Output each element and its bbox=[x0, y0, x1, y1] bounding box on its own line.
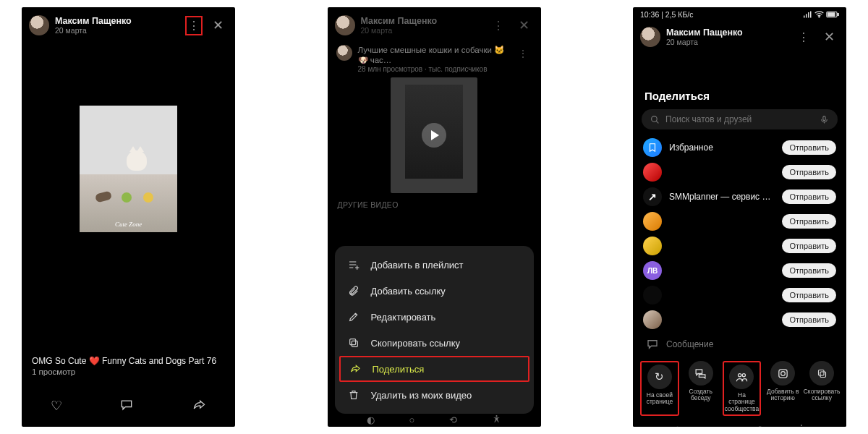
nav-home-icon[interactable]: ○ bbox=[409, 414, 415, 425]
nav-recent-icon[interactable]: ◐ bbox=[673, 424, 681, 427]
share-contact-row[interactable]: Отправить bbox=[637, 209, 842, 234]
share-sheet: Поделиться Избранное Отправить Отправить… bbox=[633, 85, 846, 427]
close-icon: ✕ bbox=[514, 14, 534, 36]
share-contact-row[interactable]: Отправить bbox=[637, 283, 842, 307]
share-contact-row[interactable]: Отправить bbox=[637, 307, 842, 332]
menu-delete[interactable]: Удалить из моих видео bbox=[335, 382, 534, 408]
chat-icon bbox=[689, 361, 713, 386]
contact-avatar: ↗ bbox=[643, 187, 662, 206]
video-header: Максим Пащенко 20 марта ⋮ ✕ bbox=[633, 19, 846, 52]
author-name: Максим Пащенко bbox=[55, 16, 179, 26]
more-options-icon[interactable]: ⋮ bbox=[793, 27, 814, 47]
more-options-icon: ⋮ bbox=[488, 16, 509, 35]
context-menu-sheet: Добавить в плейлист Добавить ссылку Реда… bbox=[335, 246, 534, 414]
contact-label-redacted bbox=[669, 315, 775, 325]
share-contact-favorites[interactable]: Избранное Отправить bbox=[637, 135, 842, 160]
send-button[interactable]: Отправить bbox=[782, 190, 836, 204]
send-button[interactable]: Отправить bbox=[782, 288, 836, 302]
share-title: Поделиться bbox=[637, 85, 842, 109]
share-option-community-page[interactable]: На странице сообщества bbox=[723, 361, 762, 416]
video-title: OMG So Cute ❤️ Funny Cats and Dogs Part … bbox=[32, 356, 225, 366]
story-icon bbox=[770, 361, 795, 386]
share-option-create-chat[interactable]: Создать беседу bbox=[684, 361, 718, 416]
phone-screen-1: Максим Пащенко 20 марта ⋮ ✕ Cute Zone OM… bbox=[22, 7, 235, 427]
mic-icon[interactable] bbox=[820, 115, 829, 124]
nav-back-icon[interactable]: ⟲ bbox=[449, 414, 457, 425]
svg-rect-6 bbox=[810, 12, 812, 18]
share-option-story[interactable]: Добавить в историю bbox=[765, 361, 800, 416]
video-caption-block: OMG So Cute ❤️ Funny Cats and Dogs Part … bbox=[32, 356, 225, 376]
contact-avatar bbox=[643, 237, 662, 255]
playlist-add-icon bbox=[348, 259, 361, 271]
svg-rect-5 bbox=[808, 12, 809, 18]
send-button[interactable]: Отправить bbox=[782, 140, 836, 155]
message-label: Сообщение bbox=[666, 339, 713, 349]
nav-recent-icon[interactable]: ◐ bbox=[367, 414, 375, 425]
status-time: 10:36 | 2,5 КБ/с bbox=[640, 10, 694, 19]
contact-label: Избранное bbox=[669, 142, 775, 153]
share-contact-row[interactable]: Отправить bbox=[637, 234, 842, 258]
share-search-input[interactable] bbox=[665, 114, 814, 124]
contact-label-redacted bbox=[669, 167, 775, 177]
svg-rect-9 bbox=[838, 14, 839, 16]
share-contact-smmplanner[interactable]: ↗ SMMplanner — сервис отло… Отправить bbox=[637, 184, 842, 209]
nav-accessibility-icon[interactable] bbox=[492, 414, 501, 425]
post-date: 20 марта bbox=[361, 26, 482, 35]
svg-point-13 bbox=[739, 373, 741, 376]
svg-rect-10 bbox=[827, 13, 835, 17]
contact-avatar bbox=[643, 163, 662, 182]
svg-rect-18 bbox=[818, 370, 824, 375]
video-header: Максим Пащенко 20 марта ⋮ ✕ bbox=[22, 7, 235, 41]
svg-rect-17 bbox=[820, 372, 826, 378]
author-block[interactable]: Максим Пащенко 20 марта bbox=[55, 16, 179, 35]
attachment-icon bbox=[348, 285, 361, 297]
nav-accessibility-icon[interactable] bbox=[797, 424, 806, 427]
menu-add-link[interactable]: Добавить ссылку bbox=[335, 278, 534, 304]
comment-icon[interactable] bbox=[119, 398, 134, 414]
edit-icon bbox=[348, 311, 361, 323]
contact-label: SMMplanner — сервис отло… bbox=[669, 192, 775, 202]
close-icon[interactable]: ✕ bbox=[820, 26, 839, 48]
contact-label-redacted bbox=[669, 241, 775, 251]
send-button[interactable]: Отправить bbox=[782, 214, 836, 229]
nav-back-icon[interactable]: ⟲ bbox=[755, 424, 763, 427]
svg-rect-4 bbox=[806, 14, 807, 17]
share-icon[interactable] bbox=[192, 398, 206, 414]
author-avatar[interactable] bbox=[29, 15, 49, 35]
copy-icon bbox=[348, 337, 361, 349]
svg-point-11 bbox=[652, 116, 658, 122]
like-icon[interactable]: ♡ bbox=[51, 398, 62, 414]
nav-home-icon[interactable]: ○ bbox=[715, 424, 721, 427]
send-button[interactable]: Отправить bbox=[782, 263, 836, 278]
close-icon[interactable]: ✕ bbox=[208, 14, 228, 36]
video-action-bar: ♡ bbox=[22, 398, 235, 414]
menu-copy-link[interactable]: Скопировать ссылку bbox=[335, 330, 534, 356]
share-contact-row[interactable]: Отправить bbox=[637, 160, 842, 184]
share-option-own-page[interactable]: ↻ На своей странице bbox=[640, 361, 679, 416]
send-button[interactable]: Отправить bbox=[782, 312, 836, 327]
post-date: 20 марта bbox=[666, 38, 788, 46]
share-message-field[interactable]: Сообщение bbox=[637, 332, 842, 357]
svg-rect-15 bbox=[779, 369, 787, 377]
svg-point-19 bbox=[801, 425, 802, 426]
svg-rect-12 bbox=[823, 116, 825, 120]
related-more-icon: ⋮ bbox=[514, 45, 532, 62]
video-thumbnail[interactable]: Cute Zone bbox=[80, 106, 177, 232]
related-video-subtitle: 28 млн просмотров · тыс. подписчиков bbox=[358, 65, 508, 73]
menu-add-playlist[interactable]: Добавить в плейлист bbox=[335, 252, 534, 278]
contact-label-redacted bbox=[669, 216, 775, 226]
share-options-row: ↻ На своей странице Создать беседу На ст… bbox=[637, 357, 842, 422]
svg-rect-1 bbox=[349, 339, 355, 345]
share-contact-row[interactable]: ЛВ Отправить bbox=[637, 258, 842, 283]
contact-avatar bbox=[643, 310, 662, 329]
send-button[interactable]: Отправить bbox=[782, 165, 836, 179]
send-button[interactable]: Отправить bbox=[782, 239, 836, 253]
menu-edit[interactable]: Редактировать bbox=[335, 304, 534, 330]
author-name: Максим Пащенко bbox=[666, 27, 788, 38]
post-date: 20 марта bbox=[55, 26, 179, 35]
menu-share[interactable]: Поделиться bbox=[339, 356, 529, 382]
share-search-field[interactable] bbox=[642, 109, 838, 129]
share-option-copy-link[interactable]: Скопировать ссылку bbox=[804, 361, 839, 416]
svg-point-7 bbox=[819, 17, 820, 17]
more-options-icon[interactable]: ⋮ bbox=[185, 16, 203, 35]
